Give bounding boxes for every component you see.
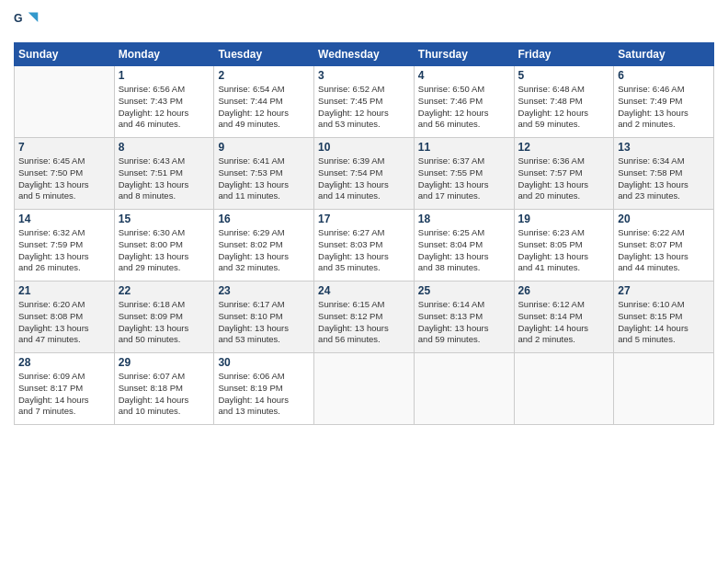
day-number: 24: [318, 284, 410, 297]
day-cell: 9Sunrise: 6:41 AM Sunset: 7:53 PM Daylig…: [214, 138, 314, 210]
day-number: 18: [418, 213, 510, 225]
day-number: 5: [518, 69, 610, 82]
day-number: 12: [518, 141, 610, 154]
day-cell: 18Sunrise: 6:25 AM Sunset: 8:04 PM Dayli…: [414, 210, 514, 282]
day-number: 23: [218, 284, 310, 297]
day-number: 27: [618, 284, 710, 297]
day-cell: [414, 353, 514, 425]
day-info: Sunrise: 6:23 AM Sunset: 8:05 PM Dayligh…: [518, 227, 610, 274]
day-number: 10: [318, 141, 410, 154]
day-info: Sunrise: 6:18 AM Sunset: 8:09 PM Dayligh…: [119, 299, 210, 346]
header-row: SundayMondayTuesdayWednesdayThursdayFrid…: [15, 43, 714, 66]
day-cell: 21Sunrise: 6:20 AM Sunset: 8:08 PM Dayli…: [15, 282, 115, 353]
calendar-table: SundayMondayTuesdayWednesdayThursdayFrid…: [14, 42, 714, 425]
day-info: Sunrise: 6:14 AM Sunset: 8:13 PM Dayligh…: [418, 299, 510, 346]
day-info: Sunrise: 6:37 AM Sunset: 7:55 PM Dayligh…: [418, 155, 510, 202]
day-info: Sunrise: 6:34 AM Sunset: 7:58 PM Dayligh…: [618, 155, 710, 202]
day-info: Sunrise: 6:29 AM Sunset: 8:02 PM Dayligh…: [218, 227, 310, 274]
day-info: Sunrise: 6:41 AM Sunset: 7:53 PM Dayligh…: [218, 155, 310, 202]
day-cell: 19Sunrise: 6:23 AM Sunset: 8:05 PM Dayli…: [514, 210, 614, 282]
day-number: 7: [18, 141, 110, 154]
day-cell: 24Sunrise: 6:15 AM Sunset: 8:12 PM Dayli…: [314, 282, 415, 353]
day-info: Sunrise: 6:43 AM Sunset: 7:51 PM Dayligh…: [119, 155, 210, 202]
day-number: 28: [18, 356, 110, 369]
day-cell: 6Sunrise: 6:46 AM Sunset: 7:49 PM Daylig…: [614, 66, 714, 138]
week-row-5: 28Sunrise: 6:09 AM Sunset: 8:17 PM Dayli…: [15, 353, 714, 425]
day-number: 14: [18, 213, 110, 225]
svg-text:G: G: [14, 12, 23, 25]
day-number: 8: [119, 141, 210, 154]
day-number: 20: [618, 213, 710, 225]
svg-marker-1: [28, 13, 39, 23]
day-number: 1: [119, 69, 210, 82]
day-number: 25: [418, 284, 510, 297]
day-number: 2: [218, 69, 310, 82]
day-cell: 14Sunrise: 6:32 AM Sunset: 7:59 PM Dayli…: [15, 210, 115, 282]
day-cell: 7Sunrise: 6:45 AM Sunset: 7:50 PM Daylig…: [15, 138, 115, 210]
week-row-3: 14Sunrise: 6:32 AM Sunset: 7:59 PM Dayli…: [15, 210, 714, 282]
day-info: Sunrise: 6:07 AM Sunset: 8:18 PM Dayligh…: [119, 371, 210, 418]
day-number: 17: [318, 213, 410, 225]
day-info: Sunrise: 6:30 AM Sunset: 8:00 PM Dayligh…: [119, 227, 210, 274]
day-number: 30: [218, 356, 310, 369]
day-cell: 15Sunrise: 6:30 AM Sunset: 8:00 PM Dayli…: [114, 210, 214, 282]
day-cell: 23Sunrise: 6:17 AM Sunset: 8:10 PM Dayli…: [214, 282, 314, 353]
day-cell: 3Sunrise: 6:52 AM Sunset: 7:45 PM Daylig…: [314, 66, 415, 138]
day-cell: 26Sunrise: 6:12 AM Sunset: 8:14 PM Dayli…: [514, 282, 614, 353]
day-cell: 10Sunrise: 6:39 AM Sunset: 7:54 PM Dayli…: [314, 138, 415, 210]
day-info: Sunrise: 6:46 AM Sunset: 7:49 PM Dayligh…: [618, 84, 710, 131]
header: G: [14, 9, 714, 35]
day-number: 6: [618, 69, 710, 82]
day-cell: 12Sunrise: 6:36 AM Sunset: 7:57 PM Dayli…: [514, 138, 614, 210]
day-cell: [514, 353, 614, 425]
col-header-thursday: Thursday: [414, 43, 514, 66]
day-cell: 17Sunrise: 6:27 AM Sunset: 8:03 PM Dayli…: [314, 210, 415, 282]
day-cell: 2Sunrise: 6:54 AM Sunset: 7:44 PM Daylig…: [214, 66, 314, 138]
day-info: Sunrise: 6:48 AM Sunset: 7:48 PM Dayligh…: [518, 84, 610, 131]
day-cell: [314, 353, 415, 425]
day-info: Sunrise: 6:09 AM Sunset: 8:17 PM Dayligh…: [18, 371, 110, 418]
day-info: Sunrise: 6:15 AM Sunset: 8:12 PM Dayligh…: [318, 299, 410, 346]
day-number: 4: [418, 69, 510, 82]
day-info: Sunrise: 6:25 AM Sunset: 8:04 PM Dayligh…: [418, 227, 510, 274]
week-row-1: 1Sunrise: 6:56 AM Sunset: 7:43 PM Daylig…: [15, 66, 714, 138]
day-info: Sunrise: 6:32 AM Sunset: 7:59 PM Dayligh…: [18, 227, 110, 274]
day-cell: 22Sunrise: 6:18 AM Sunset: 8:09 PM Dayli…: [114, 282, 214, 353]
day-cell: 1Sunrise: 6:56 AM Sunset: 7:43 PM Daylig…: [114, 66, 214, 138]
day-info: Sunrise: 6:20 AM Sunset: 8:08 PM Dayligh…: [18, 299, 110, 346]
day-number: 26: [518, 284, 610, 297]
day-cell: [614, 353, 714, 425]
day-number: 15: [119, 213, 210, 225]
day-number: 29: [119, 356, 210, 369]
day-cell: 27Sunrise: 6:10 AM Sunset: 8:15 PM Dayli…: [614, 282, 714, 353]
day-cell: 5Sunrise: 6:48 AM Sunset: 7:48 PM Daylig…: [514, 66, 614, 138]
day-number: 9: [218, 141, 310, 154]
day-cell: 30Sunrise: 6:06 AM Sunset: 8:19 PM Dayli…: [214, 353, 314, 425]
day-info: Sunrise: 6:52 AM Sunset: 7:45 PM Dayligh…: [318, 84, 410, 131]
day-info: Sunrise: 6:17 AM Sunset: 8:10 PM Dayligh…: [218, 299, 310, 346]
day-info: Sunrise: 6:54 AM Sunset: 7:44 PM Dayligh…: [218, 84, 310, 131]
day-info: Sunrise: 6:45 AM Sunset: 7:50 PM Dayligh…: [18, 155, 110, 202]
day-info: Sunrise: 6:06 AM Sunset: 8:19 PM Dayligh…: [218, 371, 310, 418]
day-cell: 25Sunrise: 6:14 AM Sunset: 8:13 PM Dayli…: [414, 282, 514, 353]
day-cell: 16Sunrise: 6:29 AM Sunset: 8:02 PM Dayli…: [214, 210, 314, 282]
day-cell: 8Sunrise: 6:43 AM Sunset: 7:51 PM Daylig…: [114, 138, 214, 210]
day-info: Sunrise: 6:22 AM Sunset: 8:07 PM Dayligh…: [618, 227, 710, 274]
logo-icon: G: [14, 9, 40, 35]
day-number: 11: [418, 141, 510, 154]
week-row-4: 21Sunrise: 6:20 AM Sunset: 8:08 PM Dayli…: [15, 282, 714, 353]
day-cell: 28Sunrise: 6:09 AM Sunset: 8:17 PM Dayli…: [15, 353, 115, 425]
day-number: 22: [119, 284, 210, 297]
day-cell: 20Sunrise: 6:22 AM Sunset: 8:07 PM Dayli…: [614, 210, 714, 282]
logo: G: [14, 9, 43, 35]
day-cell: 4Sunrise: 6:50 AM Sunset: 7:46 PM Daylig…: [414, 66, 514, 138]
day-number: 19: [518, 213, 610, 225]
day-info: Sunrise: 6:27 AM Sunset: 8:03 PM Dayligh…: [318, 227, 410, 274]
day-cell: 13Sunrise: 6:34 AM Sunset: 7:58 PM Dayli…: [614, 138, 714, 210]
col-header-sunday: Sunday: [15, 43, 115, 66]
day-number: 16: [218, 213, 310, 225]
day-info: Sunrise: 6:56 AM Sunset: 7:43 PM Dayligh…: [119, 84, 210, 131]
day-number: 21: [18, 284, 110, 297]
day-cell: [15, 66, 115, 138]
col-header-wednesday: Wednesday: [314, 43, 415, 66]
